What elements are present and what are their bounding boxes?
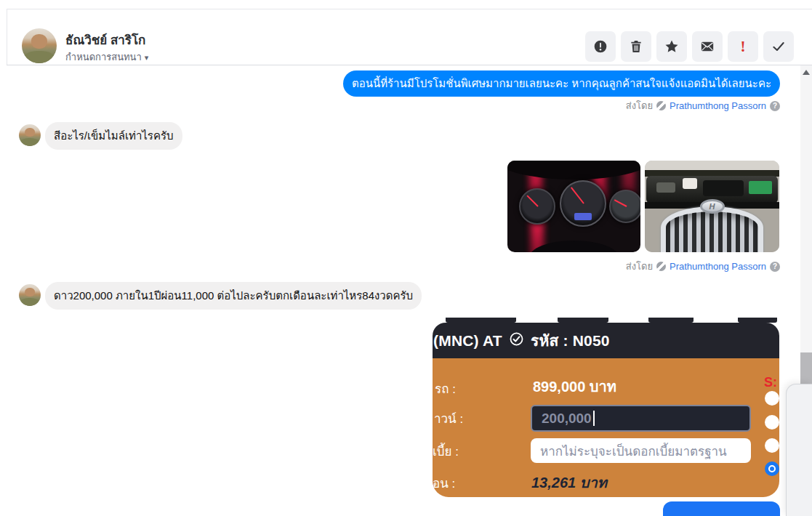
model-title: (MNC) AT: [433, 332, 502, 350]
conversation-settings-label: กำหนดการสนทนา: [65, 52, 142, 63]
sent-by-label: ส่งโดย: [626, 98, 653, 113]
price-label: รถ :: [435, 379, 456, 398]
scrollbar-up-arrow-icon[interactable]: [803, 70, 810, 75]
radio-option-3: [765, 438, 779, 453]
text-cursor: [593, 411, 595, 426]
toolbar: !: [585, 31, 794, 62]
sender-badge-icon: [656, 262, 666, 271]
check-circle-icon: [509, 331, 524, 350]
sender-name-link[interactable]: Prathumthong Passorn: [670, 261, 766, 272]
engine-block: [703, 180, 744, 196]
cropped-row-fragment: [738, 318, 777, 323]
avatar[interactable]: [19, 124, 41, 146]
radio-option-2: [765, 415, 779, 430]
received-message-bubble[interactable]: สีอะไร/เข็มไมล์เท่าไรครับ: [45, 122, 182, 150]
alert-circle-icon: [593, 39, 608, 54]
header-divider: [7, 65, 812, 65]
sent-by-row: ส่งโดย Prathumthong Passorn ?: [626, 259, 780, 274]
delete-button[interactable]: [621, 31, 651, 62]
odometer-lcd: [574, 213, 592, 220]
star-button[interactable]: [656, 31, 687, 62]
radio-option-1: [765, 391, 779, 406]
loan-calculator-image[interactable]: (MNC) AT รหัส : N050 รถ : 899,000 บาท S:…: [433, 318, 779, 497]
contact-name: ธัณวิชย์ สาริโก: [65, 30, 145, 49]
cut-off-blue-button[interactable]: [663, 501, 780, 516]
sender-badge-icon: [656, 101, 666, 110]
avatar[interactable]: [19, 284, 41, 306]
car-engine-photo[interactable]: H: [645, 161, 779, 252]
coolant-reservoir: [683, 178, 697, 189]
model-code: รหัส : N050: [531, 328, 610, 352]
interest-input: หากไม่ระบุจะเป็นดอกเบี้ยมาตรฐาน: [531, 438, 751, 463]
mark-important-button[interactable]: [585, 31, 616, 62]
red-text-fragment: S:: [764, 375, 777, 390]
envelope-icon: [700, 39, 715, 54]
calculator-title-bar: (MNC) AT รหัส : N050: [433, 323, 779, 358]
battery: [749, 181, 772, 194]
cropped-row-fragment: [558, 318, 608, 323]
help-icon[interactable]: ?: [770, 101, 780, 111]
cropped-row-fragment: [648, 318, 694, 323]
gauge-right: [609, 190, 640, 223]
star-icon: [664, 39, 679, 54]
gauge-speedometer: [560, 180, 606, 227]
installment-label: ่อน :: [433, 473, 455, 493]
gauge-left: [519, 188, 555, 225]
conversation-settings-dropdown[interactable]: กำหนดการสนทนา▾: [65, 49, 148, 65]
mark-done-button[interactable]: [763, 31, 794, 62]
price-value: 899,000 บาท: [533, 375, 616, 398]
mark-unread-button[interactable]: [692, 31, 723, 62]
received-message-bubble[interactable]: ดาว200,000 ภายใน1ปีผ่อน11,000 ต่อไปละครั…: [45, 282, 422, 310]
down-payment-input: 200,000: [531, 405, 751, 432]
interest-label: เบี้ย :: [433, 441, 459, 461]
hyundai-logo: H: [700, 199, 725, 214]
interest-placeholder: หากไม่ระบุจะเป็นดอกเบี้ยมาตรฐาน: [540, 441, 727, 461]
radio-option-4-selected: [765, 461, 779, 476]
exclamation-icon: !: [741, 38, 746, 56]
messenger-window: ธัณวิชย์ สาริโก กำหนดการสนทนา▾: [0, 0, 812, 516]
down-payment-value: 200,000: [542, 411, 592, 427]
help-icon[interactable]: ?: [770, 262, 780, 272]
conversation-header: ธัณวิชย์ สาริโก กำหนดการสนทนา▾: [7, 9, 812, 65]
down-payment-label: าวน์ :: [434, 408, 463, 428]
dashboard-hood: [507, 161, 640, 180]
trash-icon: [629, 39, 643, 54]
sent-by-row: ส่งโดย Prathumthong Passorn ?: [626, 98, 780, 113]
calculator-body: รถ : 899,000 บาท S: าวน์ : 200,000 เบี้ย…: [433, 358, 779, 497]
cropped-row-fragment: [446, 318, 516, 323]
sent-by-label: ส่งโดย: [626, 259, 653, 274]
installment-value: 13,261 บาท: [531, 471, 607, 494]
sender-name-link[interactable]: Prathumthong Passorn: [670, 100, 766, 111]
engine-component: [656, 182, 675, 193]
car-dashboard-photo[interactable]: [507, 161, 640, 252]
check-icon: [771, 39, 786, 54]
sent-message-bubble[interactable]: ตอนนี้ที่ร้านมีโปรโมชั่นพิเศษมากมายเลยนะ…: [343, 70, 780, 97]
floating-panel: [786, 384, 812, 516]
follow-up-button[interactable]: !: [728, 31, 758, 62]
avatar[interactable]: [22, 28, 57, 63]
chevron-down-icon: ▾: [145, 53, 149, 62]
